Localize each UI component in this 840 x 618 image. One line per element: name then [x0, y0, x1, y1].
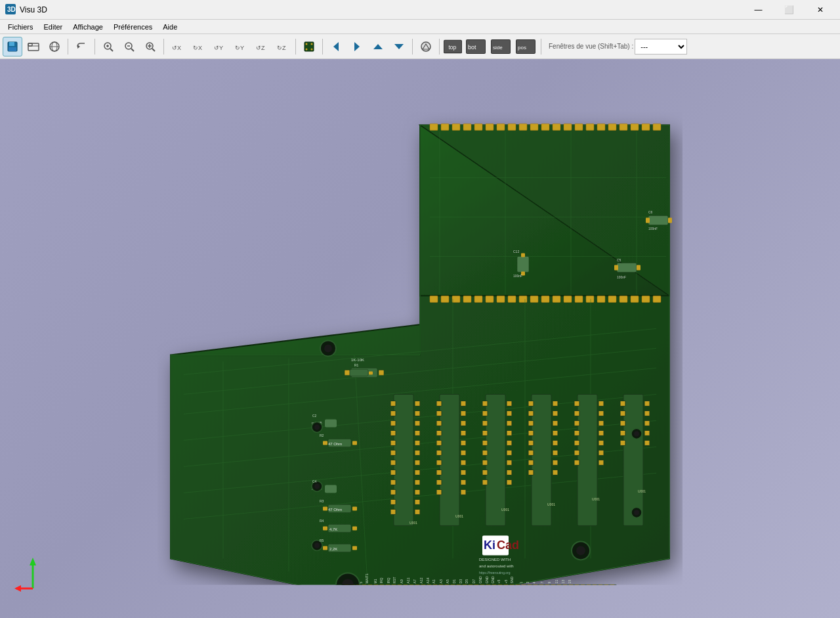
svg-rect-249	[521, 253, 525, 257]
tb-perspective-button[interactable]	[416, 37, 436, 56]
tb-view-top-button[interactable]: top	[443, 37, 463, 56]
tb-zoom-fit-button[interactable]	[140, 37, 160, 56]
window-controls: — ⬜ ✕	[744, 3, 835, 17]
svg-text:↻X: ↻X	[193, 45, 202, 51]
svg-rect-78	[452, 296, 460, 302]
svg-rect-123	[390, 450, 396, 455]
svg-rect-223	[644, 430, 650, 435]
svg-text:A14: A14	[426, 577, 430, 583]
svg-rect-203	[574, 430, 579, 435]
viewport[interactable]: 47 Ohm ref 105 ref 105 47 Ohm 4,7K	[0, 59, 840, 618]
tb-flip-left-button[interactable]: ↺Y	[209, 37, 229, 56]
svg-rect-76	[430, 296, 438, 302]
svg-text:side: side	[493, 45, 503, 51]
svg-text:GND: GND	[478, 575, 482, 583]
svg-rect-178	[507, 450, 512, 455]
svg-rect-201	[574, 410, 579, 416]
view-window-select[interactable]: --- Vue 1 Vue 2 Vue 3	[635, 39, 687, 55]
svg-rect-192	[553, 410, 558, 416]
svg-rect-4	[9, 47, 16, 51]
svg-rect-70	[597, 123, 605, 130]
svg-text:U001: U001	[638, 489, 646, 493]
svg-rect-138	[415, 479, 420, 485]
tb-rot-left-button[interactable]: ↺X	[167, 37, 187, 56]
svg-rect-163	[486, 394, 505, 525]
sep8	[541, 39, 541, 55]
close-button[interactable]: ✕	[805, 3, 835, 17]
svg-text:4,7K: 4,7K	[329, 527, 337, 531]
svg-rect-183	[528, 401, 534, 406]
app-icon: 3D	[5, 4, 16, 16]
svg-text:C12: C12	[513, 250, 519, 254]
svg-text:top: top	[448, 43, 456, 50]
menu-fichiers[interactable]: Fichiers	[3, 22, 39, 32]
svg-rect-91	[597, 296, 605, 302]
sep6	[412, 39, 413, 55]
tb-nav-up-button[interactable]	[368, 37, 388, 56]
maximize-button[interactable]: ⬜	[774, 3, 804, 17]
svg-rect-213	[598, 460, 604, 465]
svg-rect-152	[436, 489, 442, 495]
svg-rect-217	[620, 420, 625, 426]
svg-text:3D: 3D	[7, 6, 16, 13]
svg-text:A1: A1	[432, 579, 436, 583]
svg-rect-85	[530, 296, 538, 302]
svg-rect-118	[390, 401, 396, 406]
svg-text:A5: A5	[446, 579, 450, 583]
svg-rect-61	[497, 123, 505, 130]
tb-nav-down-button[interactable]	[389, 37, 409, 56]
svg-rect-237	[323, 506, 327, 510]
tb-rot-right-button[interactable]: ↻X	[188, 37, 208, 56]
svg-rect-144	[436, 410, 442, 416]
menu-editer[interactable]: Editer	[39, 22, 68, 32]
svg-text:Cad: Cad	[497, 539, 519, 552]
svg-rect-84	[519, 296, 527, 302]
tb-3d-button[interactable]	[45, 37, 64, 56]
tb-view-bottom-button[interactable]: bot	[464, 37, 488, 56]
tb-flip-right-button[interactable]: ↻Y	[230, 37, 250, 56]
svg-rect-230	[352, 441, 357, 445]
menu-preferences[interactable]: Préférences	[108, 22, 158, 32]
tb-undo-button[interactable]	[72, 37, 91, 56]
svg-rect-6	[28, 43, 32, 46]
tb-view-side1-button[interactable]: side	[489, 37, 513, 56]
svg-rect-216	[620, 410, 625, 416]
tb-nav-right-button[interactable]	[347, 37, 367, 56]
svg-rect-205	[574, 450, 579, 455]
svg-rect-184	[528, 410, 534, 416]
svg-rect-173	[507, 401, 512, 406]
svg-text:R5: R5	[320, 539, 324, 542]
menu-aide[interactable]: Aide	[158, 22, 182, 32]
tb-open-button[interactable]	[24, 37, 43, 56]
pcb-container: 47 Ohm ref 105 ref 105 47 Ohm 4,7K	[158, 112, 682, 585]
svg-rect-165	[482, 410, 488, 416]
tb-nav-left-button[interactable]	[326, 37, 346, 56]
svg-point-264	[324, 344, 332, 352]
svg-rect-190	[528, 470, 534, 475]
minimize-button[interactable]: —	[744, 3, 773, 17]
svg-rect-158	[461, 450, 466, 455]
view-window-label: Fenêtres de vue (Shift+Tab) :	[549, 43, 633, 50]
svg-rect-207	[598, 401, 604, 406]
tb-view-side2-button[interactable]: pos	[514, 37, 537, 56]
tb-save-button[interactable]	[3, 37, 22, 56]
tb-zoom-out-button[interactable]	[119, 37, 139, 56]
svg-rect-199	[578, 394, 597, 525]
svg-rect-180	[507, 470, 512, 475]
svg-rect-63	[519, 123, 527, 130]
svg-rect-131	[415, 410, 420, 416]
tb-zoom-in-button[interactable]	[98, 37, 118, 56]
svg-text:100nF: 100nF	[648, 227, 658, 231]
svg-rect-157	[461, 440, 466, 445]
tb-flip-up-button[interactable]: ↺Z	[251, 37, 271, 56]
svg-rect-67	[564, 123, 572, 130]
svg-text:IRQ: IRQ	[379, 577, 383, 583]
svg-rect-3	[9, 42, 14, 46]
svg-rect-189	[528, 460, 534, 465]
menu-affichage[interactable]: Affichage	[68, 22, 108, 32]
svg-text:R4: R4	[320, 519, 324, 523]
tb-board-button[interactable]	[299, 37, 319, 56]
svg-text:WAIT1: WAIT1	[365, 573, 369, 583]
svg-rect-155	[461, 420, 466, 426]
tb-flip-down-button[interactable]: ↻Z	[272, 37, 292, 56]
